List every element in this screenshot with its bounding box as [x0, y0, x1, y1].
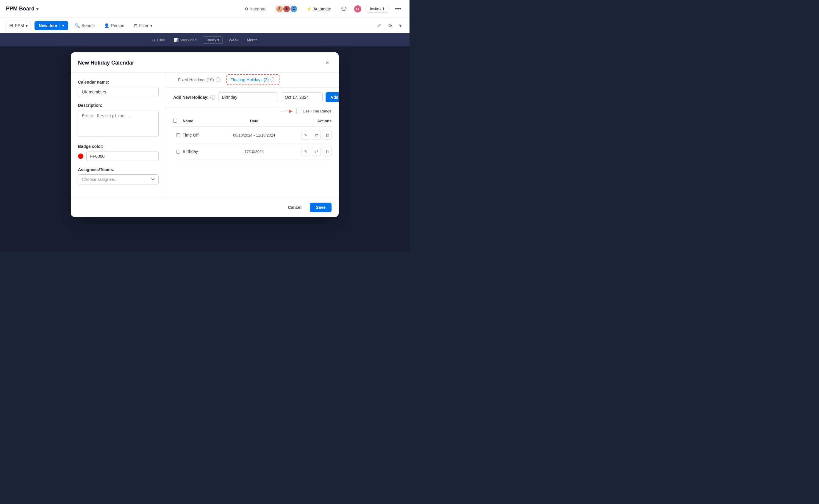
th-checkbox — [173, 119, 183, 123]
row-2-checkbox[interactable] — [176, 150, 180, 154]
th-actions: Actions — [284, 119, 332, 123]
assignees-select[interactable]: Choose assignee... — [78, 174, 159, 184]
calendar-name-group: Calendar name: — [78, 80, 159, 97]
filter-button[interactable]: ⊟ Filter ▾ — [131, 21, 155, 30]
filter-chevron-icon: ▾ — [150, 23, 152, 28]
workload-button[interactable]: 📊 Workload — [171, 37, 199, 43]
row-1-checkbox-cell — [173, 133, 183, 137]
chat-button[interactable]: 💬 — [338, 5, 349, 13]
toolbar-right: ⤢ ⚙ ▾ — [375, 21, 404, 31]
week-button[interactable]: Week — [226, 37, 241, 43]
toolbar: ⊞ PPM ▾ New item ▾ 🔍 Search 👤 Person ⊟ F… — [0, 18, 409, 33]
assignees-group: Assignees/Teams: Choose assignee... — [78, 167, 159, 184]
user-icon-3: C — [290, 6, 297, 12]
row-2-name: Birthday — [183, 149, 224, 154]
dashed-arrow-icon: - - - -▶ — [280, 109, 293, 113]
description-input[interactable] — [78, 110, 159, 137]
integrate-button[interactable]: ⚙ Integrate — [242, 5, 270, 13]
row-2-edit-button[interactable]: ✎ — [301, 147, 310, 156]
modal-close-button[interactable]: × — [323, 58, 332, 68]
add-holiday-section: Add New Holiday: i Add ＋ — [166, 87, 339, 107]
today-button[interactable]: Today ▾ — [203, 36, 223, 44]
holiday-name-input[interactable] — [218, 92, 278, 102]
modal-footer: Cancel Save — [71, 198, 339, 217]
chevron-down-icon: ▾ — [26, 23, 28, 28]
row-1-checkbox[interactable] — [176, 133, 180, 137]
person-filter-button[interactable]: 👤 Person — [101, 21, 127, 30]
holiday-table: Name Date Actions Time Off 08/10/2024 - … — [166, 116, 339, 198]
app-title-text: PPM Board — [6, 6, 35, 12]
modal-header: New Holiday Calendar × — [71, 52, 339, 73]
automate-button[interactable]: ⚡ Automate — [304, 5, 334, 13]
gantt-controls: ⊟ Filter 📊 Workload Today ▾ Week Month — [149, 36, 260, 44]
badge-color-row — [78, 151, 159, 161]
filter-icon: ⊟ — [134, 23, 137, 28]
nav-right-actions: ⚙ Integrate A B C ⚡ Automate 💬 TT Invite… — [242, 4, 404, 13]
integrate-icon: ⚙ — [245, 7, 248, 11]
floating-holidays-info-icon[interactable]: i — [271, 77, 275, 82]
add-holiday-info-icon[interactable]: i — [210, 95, 215, 100]
add-holiday-label: Add New Holiday: i — [173, 95, 215, 100]
cancel-button[interactable]: Cancel — [283, 203, 306, 212]
user-icon-1: A — [276, 6, 283, 12]
select-all-checkbox[interactable] — [173, 119, 177, 123]
table-header: Name Date Actions — [173, 116, 332, 127]
use-time-range-label: Use Time Range — [303, 109, 332, 113]
dropdown-arrow-icon: ▾ — [62, 24, 64, 28]
filter-icon: ⊟ — [152, 38, 155, 42]
calendar-name-label: Calendar name: — [78, 80, 159, 84]
row-1-date: 08/10/2024 - 11/10/2024 — [224, 133, 284, 137]
invite-button[interactable]: Invite / 1 — [366, 5, 388, 13]
right-panel: Fixed Holidays (10) i Floating Holidays … — [166, 73, 339, 198]
row-2-refresh-button[interactable]: ⇄ — [312, 147, 321, 156]
tab-fixed-holidays[interactable]: Fixed Holidays (10) i — [173, 73, 225, 87]
tabs-row: Fixed Holidays (10) i Floating Holidays … — [166, 73, 339, 87]
save-button[interactable]: Save — [310, 203, 332, 212]
fullscreen-button[interactable]: ⤢ — [375, 21, 383, 31]
holiday-date-input[interactable] — [281, 92, 323, 102]
badge-color-input[interactable] — [86, 151, 159, 161]
gantt-filter-button[interactable]: ⊟ Filter — [149, 37, 168, 43]
search-button[interactable]: 🔍 Search — [72, 21, 98, 30]
description-group: Description: — [78, 103, 159, 138]
assignees-label: Assignees/Teams: — [78, 167, 159, 172]
board-selector[interactable]: ⊞ PPM ▾ — [6, 21, 31, 30]
app-title[interactable]: PPM Board ▾ — [6, 6, 38, 12]
row-2-delete-button[interactable]: 🗑 — [323, 147, 332, 156]
th-name: Name — [183, 119, 224, 123]
settings-button[interactable]: ⚙ — [386, 21, 394, 31]
table-row: Birthday 17/10/2024 ✎ ⇄ 🗑 — [173, 143, 332, 160]
calendar-name-input[interactable] — [78, 87, 159, 97]
row-2-actions: ✎ ⇄ 🗑 — [284, 147, 332, 156]
workload-icon: 📊 — [174, 38, 179, 42]
row-1-edit-button[interactable]: ✎ — [301, 131, 310, 140]
row-1-refresh-button[interactable]: ⇄ — [312, 131, 321, 140]
row-2-checkbox-cell — [173, 150, 183, 154]
modal-title: New Holiday Calendar — [78, 60, 134, 66]
automate-icon: ⚡ — [307, 7, 312, 11]
month-button[interactable]: Month — [244, 37, 260, 43]
tab-floating-holidays[interactable]: Floating Holidays (2) i — [226, 74, 279, 85]
description-label: Description: — [78, 103, 159, 108]
expand-button[interactable]: ▾ — [397, 21, 404, 31]
app-title-chevron[interactable]: ▾ — [36, 7, 38, 11]
color-dot[interactable] — [78, 154, 83, 159]
time-range-row: - - - -▶ Use Time Range — [166, 107, 339, 116]
th-date: Date — [224, 119, 284, 123]
person-icon: 👤 — [104, 23, 109, 28]
row-2-date: 17/10/2024 — [224, 149, 284, 154]
chat-icon: 💬 — [341, 7, 346, 11]
left-panel: Calendar name: Description: Badge color: — [71, 73, 166, 198]
row-1-delete-button[interactable]: 🗑 — [323, 131, 332, 140]
fixed-holidays-info-icon[interactable]: i — [216, 77, 221, 82]
gantt-header: ⊟ Filter 📊 Workload Today ▾ Week Month — [0, 33, 409, 46]
search-icon: 🔍 — [75, 23, 80, 28]
more-options-button[interactable]: ••• — [393, 4, 404, 13]
modal-body: Calendar name: Description: Badge color: — [71, 73, 339, 198]
grid-icon: ⊞ — [9, 23, 13, 28]
today-chevron-icon: ▾ — [217, 38, 219, 42]
add-holiday-button[interactable]: Add ＋ — [326, 92, 339, 102]
use-time-range-checkbox[interactable] — [296, 109, 300, 113]
user-avatar[interactable]: TT — [354, 5, 362, 13]
new-item-button[interactable]: New item ▾ — [35, 21, 68, 30]
